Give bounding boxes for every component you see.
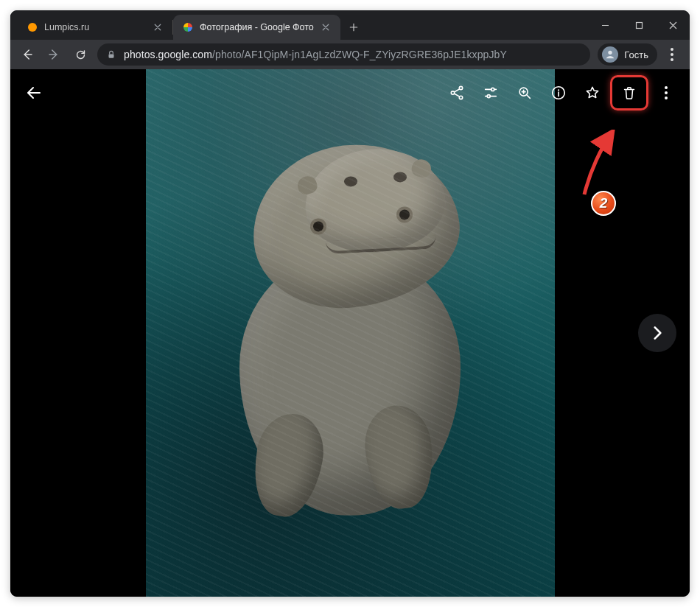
tab-title: Фотография - Google Фото xyxy=(200,22,314,32)
tab-google-photos[interactable]: Фотография - Google Фото xyxy=(173,15,340,40)
omnibox[interactable]: photos.google.com/photo/AF1QipM-jn1AgLzd… xyxy=(97,43,590,66)
edit-button[interactable] xyxy=(475,77,507,109)
delete-button[interactable] xyxy=(610,75,648,110)
close-window-button[interactable] xyxy=(656,10,690,40)
info-icon xyxy=(550,85,567,101)
svg-rect-1 xyxy=(636,22,642,28)
close-icon[interactable] xyxy=(320,23,332,32)
svg-point-7 xyxy=(491,88,494,91)
url-text: photos.google.com/photo/AF1QipM-jn1AgLzd… xyxy=(124,49,507,60)
share-icon xyxy=(449,85,465,101)
svg-rect-2 xyxy=(109,54,114,57)
profile-chip[interactable]: Гость xyxy=(598,43,657,66)
svg-point-0 xyxy=(28,23,37,32)
reload-button[interactable] xyxy=(68,43,93,66)
lock-icon xyxy=(106,49,116,60)
url-host: photos.google.com xyxy=(124,49,212,60)
tab-strip: Lumpics.ru Фотографи xyxy=(10,10,588,40)
viewer-actions xyxy=(441,75,682,110)
close-icon[interactable] xyxy=(152,23,164,32)
tab-title: Lumpics.ru xyxy=(44,22,146,32)
nav-forward-button[interactable] xyxy=(41,43,66,66)
minimize-button[interactable] xyxy=(588,10,622,40)
viewer-back-button[interactable] xyxy=(18,77,50,109)
trash-icon xyxy=(621,85,637,101)
maximize-button[interactable] xyxy=(622,10,656,40)
photo-stage[interactable] xyxy=(10,69,690,597)
orange-dot-icon xyxy=(27,21,38,33)
star-outline-icon xyxy=(584,85,601,101)
tab-lumpics[interactable]: Lumpics.ru xyxy=(18,15,172,40)
photo-viewer: 2 xyxy=(10,69,690,597)
browser-window: Lumpics.ru Фотографи xyxy=(10,10,690,597)
zoom-in-icon xyxy=(517,85,533,101)
photo-subject xyxy=(195,143,505,555)
guest-avatar-icon xyxy=(602,46,618,63)
window-controls xyxy=(588,10,690,40)
more-options-button[interactable] xyxy=(650,77,682,109)
more-vert-icon xyxy=(671,48,673,61)
share-button[interactable] xyxy=(441,77,473,109)
screenshot-frame: Lumpics.ru Фотографи xyxy=(0,0,700,607)
svg-point-4 xyxy=(459,86,462,89)
profile-label: Гость xyxy=(624,49,648,60)
address-bar: photos.google.com/photo/AF1QipM-jn1AgLzd… xyxy=(10,40,690,69)
photo-image xyxy=(146,69,555,597)
chevron-right-icon xyxy=(648,323,667,343)
more-vert-icon xyxy=(665,86,668,99)
svg-point-6 xyxy=(459,96,462,99)
google-photos-icon xyxy=(182,21,194,33)
favorite-button[interactable] xyxy=(576,77,609,109)
browser-menu-button[interactable] xyxy=(659,43,685,66)
nav-back-button[interactable] xyxy=(15,43,40,66)
zoom-button[interactable] xyxy=(508,77,541,109)
tune-icon xyxy=(483,85,499,101)
svg-point-8 xyxy=(487,95,490,98)
svg-point-11 xyxy=(558,89,559,91)
info-button[interactable] xyxy=(542,77,575,109)
new-tab-button[interactable] xyxy=(343,17,364,38)
viewer-toolbar xyxy=(10,69,690,116)
next-photo-button[interactable] xyxy=(638,314,676,352)
svg-point-3 xyxy=(609,51,612,55)
url-path: /photo/AF1QipM-jn1AgLzdZWQ-F_ZYiyzRGRE36… xyxy=(212,49,507,60)
titlebar: Lumpics.ru Фотографи xyxy=(10,10,690,40)
